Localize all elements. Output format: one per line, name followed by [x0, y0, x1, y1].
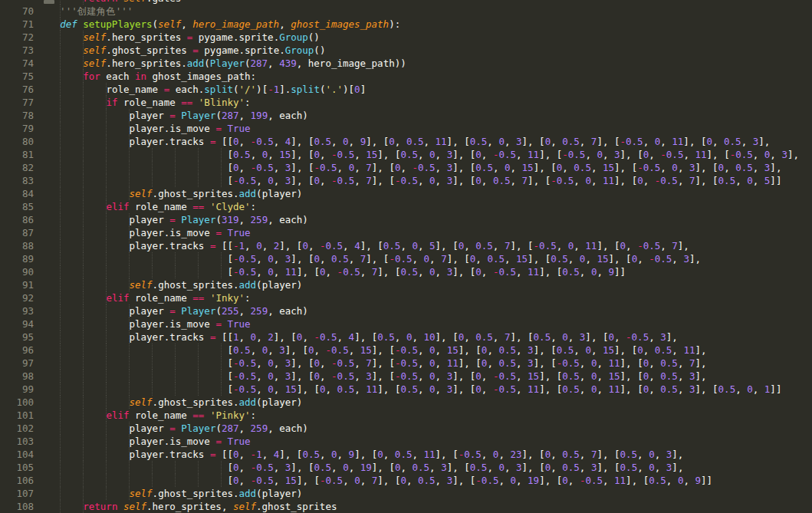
- code-text: player.tracks = [[-1, 0, 2], [0, -0.5, 4…: [34, 239, 689, 252]
- line-number: 89: [0, 252, 34, 265]
- code-line[interactable]: 106 [0, -0.5, 15], [-0.5, 0, 7], [0, 0.5…: [0, 474, 812, 487]
- code-line[interactable]: 103 player.is_move = True: [0, 435, 812, 448]
- code-line[interactable]: 89 [-0.5, 0, 3], [0, 0.5, 7], [-0.5, 0, …: [0, 252, 812, 265]
- indent-guide: [129, 357, 130, 370]
- code-line[interactable]: 79 player.is_move = True: [0, 122, 812, 135]
- code-line[interactable]: 97 [-0.5, 0, 3], [0, -0.5, 7], [-0.5, 0,…: [0, 357, 812, 370]
- indent-guide: [60, 291, 61, 304]
- code-line[interactable]: 70 '''创建角色''': [0, 5, 812, 18]
- indent-guide: [83, 161, 84, 174]
- code-line[interactable]: 91 self.ghost_sprites.add(player): [0, 278, 812, 291]
- indent-guide: [152, 383, 153, 396]
- indent-guide: [152, 461, 153, 474]
- indent-guide: [221, 474, 222, 487]
- indent-guide: [175, 344, 176, 357]
- code-text: player.tracks = [[1, 0, 2], [0, -0.5, 4]…: [34, 330, 678, 344]
- indent-guide: [83, 317, 84, 330]
- line-number: 84: [0, 187, 34, 200]
- code-line[interactable]: 76 role_name = each.split('/')[-1].split…: [0, 83, 812, 96]
- line-number: 108: [0, 500, 34, 513]
- code-line[interactable]: 80 player.tracks = [[0, -0.5, 4], [0.5, …: [0, 135, 812, 148]
- code-line[interactable]: 96 [0.5, 0, 3], [0, -0.5, 15], [-0.5, 0,…: [0, 344, 812, 357]
- indent-guide: [83, 31, 84, 44]
- code-line[interactable]: 101 elif role_name == 'Pinky':: [0, 409, 812, 422]
- code-line[interactable]: 95 player.tracks = [[1, 0, 2], [0, -0.5,…: [0, 330, 812, 344]
- indent-guide: [83, 357, 84, 370]
- indent-guide: [106, 396, 107, 409]
- indent-guide: [106, 83, 107, 96]
- line-number: 83: [0, 174, 34, 187]
- code-line[interactable]: 92 elif role_name == 'Inky':: [0, 291, 812, 304]
- indent-guide: [175, 370, 176, 383]
- code-line[interactable]: 102 player = Player(287, 259, each): [0, 422, 812, 435]
- indent-guide: [83, 174, 84, 187]
- code-line[interactable]: 77 if role_name == 'Blinky':: [0, 96, 812, 109]
- code-line[interactable]: 75 for each in ghost_images_path:: [0, 70, 812, 83]
- code-line[interactable]: 71 def setupPlayers(self, hero_image_pat…: [0, 18, 812, 31]
- indent-guide: [198, 174, 199, 187]
- code-line[interactable]: 82 [0, -0.5, 3], [-0.5, 0, 7], [0, -0.5,…: [0, 161, 812, 174]
- code-line[interactable]: 105 [0, -0.5, 3], [0.5, 0, 19], [0, 0.5,…: [0, 461, 812, 474]
- indent-guide: [106, 304, 107, 317]
- indent-guide: [83, 461, 84, 474]
- indent-guide: [60, 317, 61, 330]
- code-text: self.ghost_sprites.add(player): [34, 487, 302, 500]
- indent-guide: [221, 383, 222, 396]
- indent-guide: [83, 57, 84, 70]
- code-line[interactable]: 84 self.ghost_sprites.add(player): [0, 187, 812, 200]
- indent-guide: [129, 435, 130, 448]
- indent-guide: [198, 474, 199, 487]
- code-line[interactable]: 88 player.tracks = [[-1, 0, 2], [0, -0.5…: [0, 239, 812, 252]
- indent-guide: [60, 330, 61, 344]
- code-text: [0, -0.5, 3], [-0.5, 0, 7], [0, -0.5, 3]…: [34, 161, 781, 174]
- line-number: 87: [0, 226, 34, 239]
- indent-guide: [129, 330, 130, 344]
- line-number: 90: [0, 265, 34, 278]
- code-line[interactable]: 74 self.hero_sprites.add(Player(287, 439…: [0, 57, 812, 70]
- code-lines-container: 70 '''创建角色'''71 def setupPlayers(self, h…: [0, 5, 812, 513]
- indent-guide: [83, 344, 84, 357]
- indent-guide: [83, 383, 84, 396]
- code-line[interactable]: 78 player = Player(287, 199, each): [0, 109, 812, 122]
- code-line[interactable]: 108 return self.hero_sprites, self.ghost…: [0, 500, 812, 513]
- indent-guide: [175, 174, 176, 187]
- code-line[interactable]: 104 player.tracks = [[0, -1, 4], [0.5, 0…: [0, 448, 812, 461]
- code-line[interactable]: 93 player = Player(255, 259, each): [0, 304, 812, 317]
- indent-guide: [198, 161, 199, 174]
- code-line[interactable]: 83 [-0.5, 0, 3], [0, -0.5, 7], [-0.5, 0,…: [0, 174, 812, 187]
- indent-guide: [221, 265, 222, 278]
- code-line[interactable]: 107 self.ghost_sprites.add(player): [0, 487, 812, 500]
- code-line[interactable]: 73 self.ghost_sprites = pygame.sprite.Gr…: [0, 44, 812, 57]
- indent-guide: [106, 213, 107, 226]
- code-editor[interactable]: return self.gates 70 '''创建角色'''71 def se…: [0, 0, 812, 513]
- indent-guide: [60, 18, 61, 31]
- line-number: 105: [0, 461, 34, 474]
- code-line[interactable]: 98 [-0.5, 0, 3], [0, -0.5, 3], [-0.5, 0,…: [0, 370, 812, 383]
- indent-guide: [60, 239, 61, 252]
- code-text: [-0.5, 0, 15], [0, 0.5, 11], [0.5, 0, 3]…: [34, 383, 781, 396]
- indent-guide: [60, 148, 61, 161]
- code-line[interactable]: 99 [-0.5, 0, 15], [0, 0.5, 11], [0.5, 0,…: [0, 383, 812, 396]
- indent-guide: [83, 239, 84, 252]
- indent-guide: [175, 461, 176, 474]
- indent-guide: [83, 252, 84, 265]
- code-line[interactable]: 87 player.is_move = True: [0, 226, 812, 239]
- code-line[interactable]: 85 elif role_name == 'Clyde':: [0, 200, 812, 213]
- code-line[interactable]: 72 self.hero_sprites = pygame.sprite.Gro…: [0, 31, 812, 44]
- indent-guide: [83, 448, 84, 461]
- code-line[interactable]: 94 player.is_move = True: [0, 317, 812, 330]
- code-line[interactable]: 90 [-0.5, 0, 11], [0, -0.5, 7], [0.5, 0,…: [0, 265, 812, 278]
- indent-guide: [221, 357, 222, 370]
- indent-guide: [106, 96, 107, 109]
- code-line[interactable]: 100 self.ghost_sprites.add(player): [0, 396, 812, 409]
- line-number: 92: [0, 291, 34, 304]
- code-line[interactable]: 86 player = Player(319, 259, each): [0, 213, 812, 226]
- indent-guide: [60, 265, 61, 278]
- line-number: 76: [0, 83, 34, 96]
- indent-guide: [221, 344, 222, 357]
- code-text: self.hero_sprites.add(Player(287, 439, h…: [34, 57, 406, 70]
- code-text: [-0.5, 0, 11], [0, -0.5, 7], [0.5, 0, 3]…: [34, 265, 626, 278]
- code-line[interactable]: 81 [0.5, 0, 15], [0, -0.5, 15], [0.5, 0,…: [0, 148, 812, 161]
- indent-guide: [221, 174, 222, 187]
- indent-guide: [60, 70, 61, 83]
